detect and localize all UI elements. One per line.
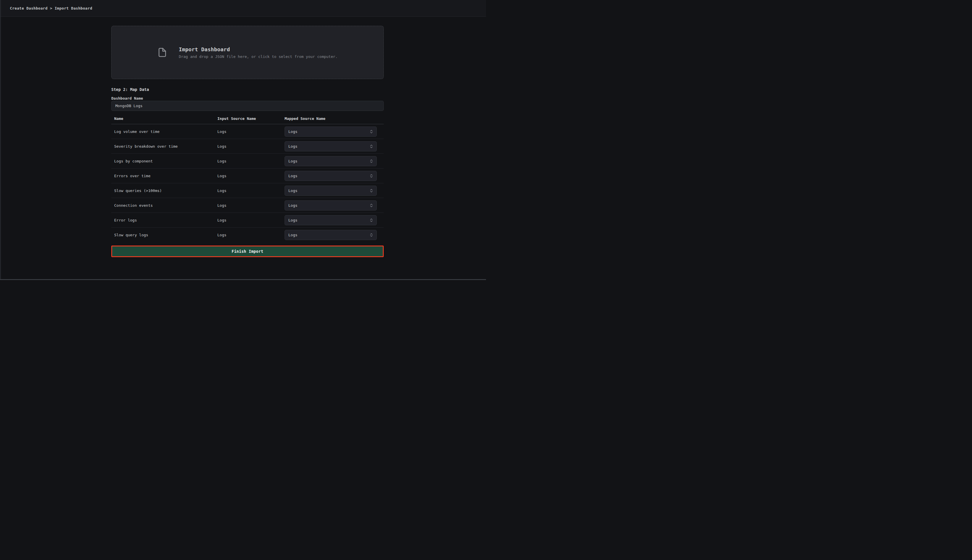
breadcrumb[interactable]: Create Dashboard > Import Dashboard	[10, 6, 92, 10]
content-column: Import Dashboard Drag and drop a JSON fi…	[111, 26, 384, 257]
select-value: Logs	[288, 159, 297, 163]
dropzone-title: Import Dashboard	[179, 46, 338, 52]
dropzone-text: Import Dashboard Drag and drop a JSON fi…	[179, 46, 338, 59]
row-input-source: Logs	[217, 130, 284, 134]
table-row: Slow query logs Logs Logs	[111, 228, 384, 242]
row-mapped-cell: Logs	[284, 156, 384, 166]
mapped-source-select[interactable]: Logs	[284, 156, 377, 166]
header-input-source: Input Source Name	[217, 117, 284, 121]
dashboard-name-label: Dashboard Name	[111, 96, 143, 100]
header-name: Name	[111, 117, 217, 121]
select-value: Logs	[288, 203, 297, 208]
table-row: Log volume over time Logs Logs	[111, 124, 384, 139]
row-mapped-cell: Logs	[284, 141, 384, 152]
chevron-up-down-icon	[370, 218, 373, 223]
chevron-up-down-icon	[370, 129, 373, 134]
select-value: Logs	[288, 188, 297, 193]
table-row: Slow queries (>100ms) Logs Logs	[111, 183, 384, 198]
row-input-source: Logs	[217, 218, 284, 222]
table-row: Error logs Logs Logs	[111, 213, 384, 228]
mapped-source-select[interactable]: Logs	[284, 200, 377, 210]
row-mapped-cell: Logs	[284, 230, 384, 240]
file-icon	[157, 46, 167, 59]
chevron-up-down-icon	[370, 188, 373, 193]
dashboard-name-input[interactable]	[111, 101, 384, 111]
finish-import-button[interactable]: Finish Import	[111, 245, 384, 257]
chevron-up-down-icon	[370, 159, 373, 163]
row-name: Logs by component	[111, 159, 217, 163]
import-dropzone[interactable]: Import Dashboard Drag and drop a JSON fi…	[111, 26, 384, 79]
header-mapped-source: Mapped Source Name	[284, 117, 384, 121]
mapped-source-select[interactable]: Logs	[284, 230, 377, 240]
topbar: Create Dashboard > Import Dashboard	[0, 0, 486, 17]
row-input-source: Logs	[217, 203, 284, 208]
step-title: Step 2: Map Data	[111, 87, 384, 92]
table-row: Connection events Logs Logs	[111, 198, 384, 213]
row-name: Slow queries (>100ms)	[111, 188, 217, 193]
row-input-source: Logs	[217, 174, 284, 178]
chevron-up-down-icon	[370, 233, 373, 237]
mapped-source-select[interactable]: Logs	[284, 186, 377, 196]
table-body: Log volume over time Logs Logs Severity …	[111, 124, 384, 242]
row-input-source: Logs	[217, 233, 284, 237]
window-left-edge	[0, 0, 1, 280]
row-input-source: Logs	[217, 159, 284, 163]
mapped-source-select[interactable]: Logs	[284, 127, 377, 137]
select-value: Logs	[288, 174, 297, 178]
row-mapped-cell: Logs	[284, 186, 384, 196]
chevron-up-down-icon	[370, 173, 373, 178]
window-bottom-edge	[0, 279, 486, 280]
row-mapped-cell: Logs	[284, 200, 384, 210]
select-value: Logs	[288, 218, 297, 222]
chevron-up-down-icon	[370, 203, 373, 208]
row-input-source: Logs	[217, 144, 284, 148]
select-value: Logs	[288, 130, 297, 134]
row-name: Severity breakdown over time	[111, 144, 217, 148]
select-value: Logs	[288, 233, 297, 237]
select-value: Logs	[288, 144, 297, 148]
row-mapped-cell: Logs	[284, 215, 384, 225]
mapped-source-select[interactable]: Logs	[284, 141, 377, 152]
mapped-source-select[interactable]: Logs	[284, 171, 377, 181]
chevron-up-down-icon	[370, 144, 373, 149]
row-name: Errors over time	[111, 174, 217, 178]
mapped-source-select[interactable]: Logs	[284, 215, 377, 225]
row-input-source: Logs	[217, 188, 284, 193]
table-row: Logs by component Logs Logs	[111, 154, 384, 168]
row-mapped-cell: Logs	[284, 127, 384, 137]
table-header-row: Name Input Source Name Mapped Source Nam…	[111, 111, 384, 124]
row-name: Error logs	[111, 218, 217, 222]
main-area: Import Dashboard Drag and drop a JSON fi…	[0, 17, 486, 257]
dropzone-subtitle: Drag and drop a JSON file here, or click…	[179, 55, 338, 59]
table-row: Severity breakdown over time Logs Logs	[111, 139, 384, 154]
mapping-table: Name Input Source Name Mapped Source Nam…	[111, 111, 384, 242]
row-mapped-cell: Logs	[284, 171, 384, 181]
row-name: Log volume over time	[111, 130, 217, 134]
row-name: Connection events	[111, 203, 217, 208]
table-row: Errors over time Logs Logs	[111, 168, 384, 183]
row-name: Slow query logs	[111, 233, 217, 237]
